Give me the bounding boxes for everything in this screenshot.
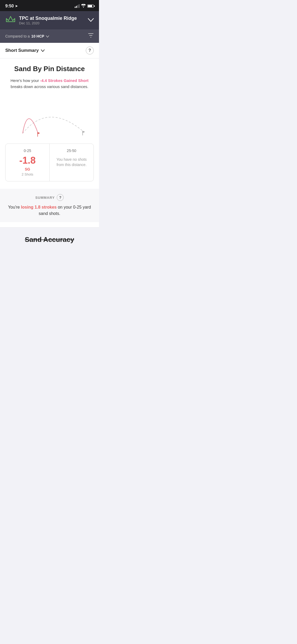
time-display: 9:50 [5, 4, 14, 8]
next-section-title: Sand Accuracy [5, 236, 94, 244]
summary-dropdown-icon [41, 48, 45, 53]
filter-icon[interactable] [88, 33, 94, 40]
status-time: 9:50 ➤ [5, 4, 18, 8]
summary-body: You're losing 1.8 strokes on your 0-25 y… [5, 204, 94, 217]
battery-icon [87, 4, 94, 8]
stat-no-data-25-50: You have no shots from this distance. [54, 155, 89, 169]
svg-marker-3 [83, 131, 85, 133]
app-logo [5, 15, 16, 25]
stat-card-0-25: 0-25 -1.8 SG 2 Shots [6, 144, 50, 181]
section-title: Sand By Pin Distance [5, 65, 94, 73]
hcp-dropdown-icon [46, 34, 49, 38]
status-icons [75, 4, 94, 8]
short-summary-bar: Short Summary ? [0, 43, 99, 58]
course-title: TPC at Snoqualmie Ridge [19, 16, 77, 21]
stat-shots-0-25: 2 Shots [22, 172, 33, 176]
course-dropdown-icon[interactable] [88, 17, 94, 23]
compared-label: Compared to a [5, 34, 30, 38]
location-icon: ➤ [15, 4, 18, 8]
summary-highlight: losing 1.8 strokes [21, 205, 56, 209]
stat-range-25-50: 25-50 [67, 149, 76, 153]
summary-text-1: You're [8, 205, 21, 209]
summary-help-button[interactable]: ? [57, 194, 64, 201]
stat-card-25-50: 25-50 You have no shots from this distan… [50, 144, 93, 181]
hcp-value: 10 HCP [31, 34, 44, 38]
filter-bar: Compared to a 10 HCP [0, 29, 99, 43]
summary-header: SUMMARY ? [5, 194, 94, 201]
summary-label-text: Short Summary [5, 48, 39, 53]
wifi-icon [81, 4, 86, 8]
course-date: Dec 11, 2020 [19, 21, 77, 25]
desc-text-2: breaks down across various sand distance… [11, 84, 88, 89]
course-header: TPC at Snoqualmie Ridge Dec 11, 2020 [0, 11, 99, 29]
stat-label-0-25: SG [25, 167, 30, 171]
stat-value-0-25: -1.8 [19, 155, 36, 166]
main-content: Sand By Pin Distance Here's how your -4.… [0, 58, 99, 227]
status-bar: 9:50 ➤ [0, 0, 99, 11]
section-description: Here's how your -4.4 Strokes Gained Shor… [5, 78, 94, 90]
summary-section: SUMMARY ? You're losing 1.8 strokes on y… [0, 189, 99, 222]
shot-arc-visualization [3, 96, 96, 138]
strokes-highlight: -4.4 Strokes Gained Short [40, 78, 88, 83]
signal-icon [75, 4, 79, 8]
hcp-selector[interactable]: Compared to a 10 HCP [5, 34, 49, 38]
desc-text-1: Here's how your [11, 78, 40, 83]
help-button[interactable]: ? [86, 47, 94, 54]
stat-range-0-25: 0-25 [24, 149, 31, 153]
svg-marker-1 [38, 132, 40, 134]
summary-title: SUMMARY [35, 196, 55, 200]
next-section: Sand Accuracy [0, 227, 99, 249]
summary-label[interactable]: Short Summary [5, 48, 45, 53]
stats-cards: 0-25 -1.8 SG 2 Shots 25-50 You have no s… [5, 144, 94, 181]
